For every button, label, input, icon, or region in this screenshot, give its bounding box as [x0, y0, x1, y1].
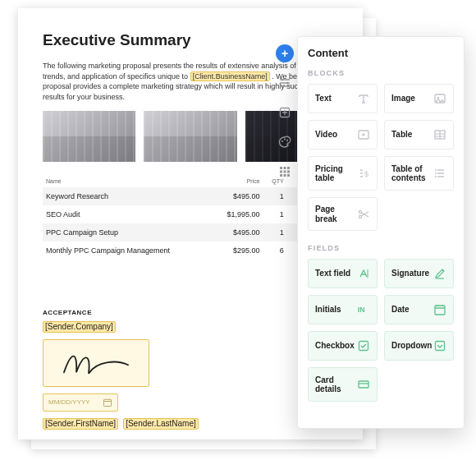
block-pricing-table[interactable]: Pricing table $ — [308, 156, 378, 191]
svg-rect-15 — [284, 174, 286, 177]
cell-qty: 6 — [263, 242, 287, 260]
svg-rect-0 — [104, 399, 112, 406]
cell-qty: 1 — [263, 205, 287, 223]
add-content-button[interactable]: + — [276, 44, 294, 62]
block-toc[interactable]: Table of contents — [384, 156, 454, 191]
field-date-label: Date — [391, 305, 410, 315]
svg-point-24 — [435, 176, 437, 177]
cell-name: PPC Campaign Setup — [43, 223, 212, 242]
field-checkbox-label: Checkbox — [315, 341, 355, 351]
svg-rect-10 — [287, 167, 290, 169]
blocks-grid: Text Image Video Table Pricing table $ T… — [308, 84, 454, 231]
apps-grid-icon[interactable] — [276, 163, 294, 181]
text-cursor-icon — [357, 267, 370, 280]
block-table[interactable]: Table — [384, 120, 454, 150]
field-date[interactable]: Date — [384, 295, 454, 324]
svg-point-2 — [286, 82, 289, 85]
acceptance-label: ACCEPTANCE — [43, 309, 338, 316]
block-video-label: Video — [315, 130, 337, 140]
side-toolbar: + — [272, 44, 297, 181]
list-icon — [433, 167, 446, 180]
cell-price: $295.00 — [212, 242, 263, 260]
svg-rect-16 — [287, 174, 290, 177]
fields-section-label: FIELDS — [308, 244, 454, 252]
block-table-label: Table — [391, 130, 412, 140]
cell-qty: 1 — [263, 187, 287, 205]
cell-price: $495.00 — [212, 187, 263, 205]
cell-name: Keyword Research — [43, 187, 212, 205]
image-thumb-1[interactable] — [43, 111, 135, 162]
date-placeholder: MM/DD/YYYY — [48, 398, 90, 406]
calendar-icon — [433, 303, 446, 316]
svg-point-5 — [281, 140, 283, 142]
pricing-table-icon: $ — [357, 167, 370, 180]
block-page-break-label: Page break — [315, 205, 357, 223]
svg-text:IN: IN — [358, 306, 365, 314]
svg-point-22 — [435, 169, 437, 171]
table-row[interactable]: Monthly PPC Campaign Management $295.00 … — [43, 242, 338, 260]
table-row[interactable]: Keyword Research $495.00 1 $495.00 — [43, 187, 338, 205]
block-video[interactable]: Video — [308, 120, 378, 150]
calendar-icon — [103, 398, 112, 407]
block-text-label: Text — [315, 94, 332, 104]
field-text-label: Text field — [315, 269, 350, 278]
field-text[interactable]: Text field — [308, 259, 378, 288]
svg-point-3 — [282, 85, 285, 88]
field-card-details[interactable]: Card details — [308, 367, 378, 402]
block-page-break[interactable]: Page break — [308, 197, 378, 231]
svg-rect-13 — [287, 171, 290, 173]
th-price: Price — [212, 175, 263, 187]
field-initials[interactable]: Initials IN — [308, 295, 378, 324]
svg-rect-30 — [436, 342, 445, 351]
table-row[interactable]: SEO Audit $1,995.00 1 $1,995.00 — [43, 205, 338, 223]
field-signature[interactable]: Signature — [384, 259, 454, 288]
content-panel: Content BLOCKS Text Image Video Table Pr… — [297, 36, 465, 429]
blocks-section-label: BLOCKS — [308, 69, 454, 77]
block-image[interactable]: Image — [384, 84, 454, 113]
dropdown-icon — [433, 339, 446, 352]
image-thumb-2[interactable] — [144, 111, 236, 162]
block-pricing-label: Pricing table — [315, 164, 357, 183]
variable-token-sender-last[interactable]: [Sender.LastName] — [123, 418, 199, 430]
variable-token-sender-first[interactable]: [Sender.FirstName] — [43, 418, 118, 430]
field-dropdown[interactable]: Dropdown — [384, 331, 454, 361]
block-toc-label: Table of contents — [391, 164, 433, 183]
block-text[interactable]: Text — [308, 84, 378, 113]
variables-icon[interactable] — [276, 104, 294, 122]
table-icon — [433, 128, 446, 141]
totals-block: Subtotal Discount Total — [43, 263, 338, 297]
svg-point-6 — [284, 139, 286, 140]
table-row[interactable]: PPC Campaign Setup $495.00 1 $495.00 — [43, 223, 338, 242]
fields-grid: Text field Signature Initials IN Date Ch… — [308, 259, 454, 402]
initials-icon: IN — [357, 303, 370, 316]
video-icon — [357, 128, 370, 141]
settings-icon[interactable] — [276, 74, 294, 92]
field-card-label: Card details — [315, 375, 357, 394]
checkbox-icon — [357, 339, 370, 352]
signature-box[interactable] — [43, 339, 149, 387]
svg-rect-9 — [284, 167, 286, 169]
svg-rect-12 — [284, 171, 286, 173]
pen-icon — [433, 267, 446, 280]
svg-point-18 — [437, 97, 439, 99]
variable-token-client-business[interactable]: [Client.BusinessName] — [190, 71, 270, 82]
date-input[interactable]: MM/DD/YYYY — [43, 393, 118, 412]
svg-point-1 — [281, 79, 284, 81]
cell-qty: 1 — [263, 223, 287, 242]
field-initials-label: Initials — [315, 305, 341, 315]
scissors-icon — [357, 208, 370, 221]
cell-name: SEO Audit — [43, 205, 212, 223]
text-icon — [357, 92, 370, 105]
design-icon[interactable] — [276, 133, 294, 151]
field-dropdown-label: Dropdown — [391, 341, 432, 351]
cell-name: Monthly PPC Campaign Management — [43, 242, 212, 260]
cell-price: $1,995.00 — [212, 205, 263, 223]
th-name: Name — [43, 175, 212, 187]
svg-rect-8 — [280, 167, 282, 169]
variable-token-sender-company[interactable]: [Sender.Company] — [43, 321, 116, 333]
svg-text:$: $ — [364, 170, 368, 178]
pricing-table: Name Price QTY Subtotal Keyword Research… — [43, 175, 338, 260]
field-checkbox[interactable]: Checkbox — [308, 331, 378, 361]
credit-card-icon — [357, 378, 370, 391]
block-image-label: Image — [391, 94, 415, 104]
